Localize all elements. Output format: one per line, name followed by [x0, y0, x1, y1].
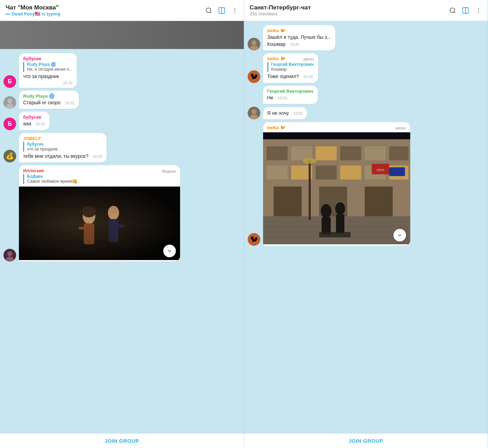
message-text: тебя мне отдали, ты вкурсе? 18:32 — [23, 153, 102, 160]
svg-point-4 — [234, 8, 235, 9]
right-member-count: 291 members — [250, 11, 449, 16]
message-row: 🐿 belka 🐿 admin — [248, 122, 484, 246]
right-messages-area: belka 🐿 Зашёл я туда. Лучше бы э... Кошм… — [244, 21, 488, 433]
sender-name: JOBELF — [23, 136, 102, 141]
sender-name: Георгий Викторович — [267, 89, 314, 94]
svg-point-33 — [478, 12, 479, 13]
layout-button[interactable] — [462, 7, 469, 14]
message-row: belka 🐿 Зашёл я туда. Лучше бы э... Кошм… — [248, 25, 484, 50]
message-text: что за праздник — [23, 73, 73, 80]
message-image[interactable]: store — [263, 132, 410, 246]
bubble: belka 🐿 Зашёл я туда. Лучше бы э... Кошм… — [263, 25, 336, 50]
bubble: belka 🐿 admin Георгий Викторович Кошмар … — [263, 53, 318, 83]
svg-point-32 — [478, 10, 479, 11]
sender-name: бубусик — [23, 56, 73, 61]
left-header-info: Чат "Моя Москва" ••• Dead Foxy🇺🇸 is typi… — [6, 4, 205, 16]
reply-text: Не, я сегодня иички п... — [27, 67, 73, 72]
message-text: Не 19:50 — [267, 94, 314, 102]
reply-author: бубусик — [27, 142, 102, 147]
svg-point-10 — [7, 99, 12, 104]
sender-name: бубусик — [23, 114, 45, 120]
avatar: 💰 — [4, 150, 16, 162]
svg-point-0 — [206, 8, 211, 12]
left-header-actions — [205, 7, 238, 14]
admin-badge: Ведьма — [162, 169, 176, 173]
message-time: 18:32 — [23, 81, 73, 85]
message-row: 💰 JOBELF бубусик что за праздник тебя мн… — [4, 133, 240, 163]
avatar — [4, 249, 16, 261]
left-top-image — [0, 21, 244, 49]
join-group-button[interactable]: JOIN GROUP — [250, 438, 482, 444]
scroll-down-button[interactable] — [393, 229, 406, 241]
typing-indicator: ••• Dead Foxy🇺🇸 is typing — [6, 11, 205, 16]
reply-text: Кошмар — [271, 67, 314, 72]
left-chat-title: Чат "Моя Москва" — [6, 4, 205, 11]
avatar — [4, 96, 16, 109]
svg-line-28 — [454, 12, 455, 13]
more-button[interactable] — [475, 7, 482, 14]
message-row: Rudy Playa 🌀 Старый нг скоро 18:32 — [4, 91, 240, 109]
avatar: Б — [4, 118, 16, 130]
reply-block: Георгий Викторович Кошмар — [267, 62, 314, 72]
message-text: Старый нг скоро 18:32 — [23, 99, 75, 106]
right-footer: JOIN GROUP — [244, 433, 488, 448]
right-chat-panel: Санкт-Петербург-чат 291 members — [244, 0, 488, 448]
bubble: Георгий Викторович Не 19:50 — [263, 86, 318, 104]
bubble: Я не хочу 19:50 — [263, 107, 307, 120]
avatar: 🐿 — [248, 233, 260, 246]
search-button[interactable] — [205, 7, 212, 14]
reply-author: БоДжек — [27, 174, 176, 179]
admin-badge: admin — [396, 126, 406, 130]
message-row: Б бубусик Rudy Playa 🌀 Не, я сегодня иич… — [4, 53, 240, 88]
svg-rect-8 — [0, 21, 244, 49]
bubble: Иллюзия Ведьма БоДжек Самое любимое врем… — [19, 165, 180, 261]
search-button[interactable] — [449, 7, 456, 14]
sender-name: Иллюзия — [23, 168, 44, 173]
svg-rect-76 — [263, 132, 410, 244]
message-text: Я не хочу 19:50 — [267, 110, 303, 117]
svg-text:💰: 💰 — [6, 152, 14, 160]
sender-name: Rudy Playa 🌀 — [23, 93, 75, 99]
more-button[interactable] — [231, 7, 238, 14]
svg-point-27 — [450, 8, 455, 12]
svg-point-6 — [234, 12, 235, 13]
reply-text: Самое любимое время😋 — [27, 179, 176, 184]
left-messages-wrapper: Б бубусик Rudy Playa 🌀 Не, я сегодня иич… — [0, 49, 244, 433]
bubble: belka 🐿 admin — [263, 122, 410, 246]
reply-text: что за праздник — [27, 147, 102, 152]
reply-block: БоДжек Самое любимое время😋 — [23, 174, 176, 184]
left-header: Чат "Моя Москва" ••• Dead Foxy🇺🇸 is typi… — [0, 0, 244, 21]
layout-button[interactable] — [218, 7, 226, 14]
bubble: бубусик Rudy Playa 🌀 Не, я сегодня иички… — [19, 53, 77, 88]
right-header: Санкт-Петербург-чат 291 members — [244, 0, 488, 21]
svg-point-5 — [234, 10, 235, 11]
message-text: Кошмар 19:45 — [267, 41, 331, 48]
bubble: Rudy Playa 🌀 Старый нг скоро 18:32 — [19, 91, 79, 109]
reply-author: Георгий Викторович — [271, 62, 314, 67]
join-group-button[interactable]: JOIN GROUP — [6, 438, 238, 444]
avatar: Б — [4, 75, 16, 88]
message-text: Тоже оценил? 19:49 — [267, 73, 314, 80]
right-chat-title: Санкт-Петербург-чат — [250, 4, 449, 11]
bubble: бубусик ааа 18:32 — [19, 112, 49, 130]
message-row: 🐿 belka 🐿 admin Георгий Викторович Кошма… — [248, 53, 484, 83]
svg-text:🐿: 🐿 — [250, 73, 257, 80]
svg-point-35 — [252, 40, 256, 45]
sender-name: belka 🐿 — [267, 56, 285, 61]
message-row: Б бубусик ааа 18:32 — [4, 112, 240, 130]
message-image[interactable] — [19, 187, 180, 261]
svg-rect-26 — [19, 187, 180, 260]
right-messages-wrapper: belka 🐿 Зашёл я туда. Лучше бы э... Кошм… — [244, 21, 488, 433]
admin-badge: admin — [303, 57, 314, 61]
svg-text:🐿: 🐿 — [250, 236, 257, 243]
reply-author: Rudy Playa 🌀 — [27, 62, 73, 67]
message-row: Я не хочу 19:50 — [248, 107, 484, 119]
message-text: ааа 18:32 — [23, 120, 45, 127]
reply-block: Rudy Playa 🌀 Не, я сегодня иички п... — [23, 62, 73, 72]
right-header-info: Санкт-Петербург-чат 291 members — [250, 4, 449, 16]
right-header-actions — [449, 7, 482, 14]
bubble: JOBELF бубусик что за праздник тебя мне … — [19, 133, 106, 163]
left-messages-area: Б бубусик Rudy Playa 🌀 Не, я сегодня иич… — [0, 49, 244, 433]
left-footer: JOIN GROUP — [0, 433, 244, 448]
avatar — [248, 38, 260, 50]
